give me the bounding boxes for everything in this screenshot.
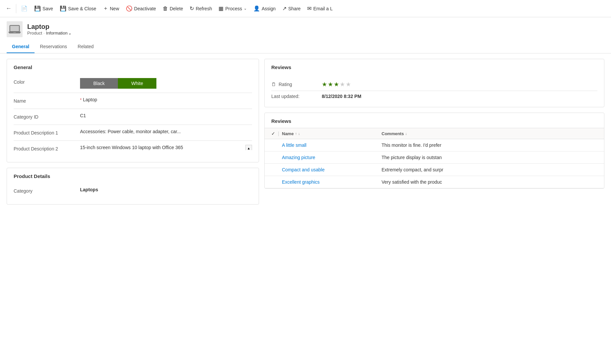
product-details-title: Product Details: [7, 168, 259, 183]
name-sort-desc-icon[interactable]: ↓: [298, 132, 300, 136]
tab-reservations[interactable]: Reservations: [35, 41, 72, 53]
white-color-button[interactable]: White: [118, 78, 156, 89]
info-chevron-icon: ⌄: [68, 31, 72, 36]
category-id-row: Category ID C1: [14, 109, 252, 125]
last-updated-label: Last updated:: [271, 94, 318, 99]
review-comments-1: The picture display is outstan: [382, 155, 597, 160]
table-row[interactable]: A little small This monitor is fine. I'd…: [265, 139, 604, 151]
color-label: Color: [14, 78, 80, 85]
desc1-row: Product Description 1 Accessories: Power…: [14, 125, 252, 141]
subtitle-product: Product: [27, 31, 42, 36]
product-details-form: Category Laptops: [7, 183, 259, 204]
name-label: Name: [14, 97, 80, 104]
toolbar-separator: [16, 4, 16, 13]
info-dropdown[interactable]: Information ⌄: [46, 31, 72, 36]
scroll-up-button[interactable]: ▲: [245, 145, 252, 150]
category-value: Laptops: [80, 187, 252, 192]
save-icon: 💾: [34, 5, 41, 12]
desc2-label: Product Description 2: [14, 145, 80, 151]
email-icon: ✉: [307, 5, 311, 12]
tab-general[interactable]: General: [7, 41, 35, 53]
back-button[interactable]: ←: [3, 3, 15, 15]
comments-sort-icon[interactable]: ↓: [405, 132, 407, 136]
new-button[interactable]: ＋ New: [100, 3, 123, 14]
subtitle-dot: ·: [44, 31, 45, 36]
th-name: Name ↑ ↓: [282, 131, 382, 136]
assign-icon: 👤: [253, 5, 260, 12]
desc2-row: Product Description 2 15-inch screen Win…: [14, 141, 252, 157]
rating-label: 🗒 Rating: [271, 82, 318, 87]
assign-button[interactable]: 👤 Assign: [250, 3, 279, 14]
toolbar: ← 📄 💾 Save 💾 Save & Close ＋ New 🚫 Deacti…: [0, 0, 611, 17]
share-icon: ↗: [282, 5, 287, 12]
desc1-label: Product Description 1: [14, 129, 80, 136]
page-icon-button[interactable]: 📄: [18, 3, 31, 14]
save-button[interactable]: 💾 Save: [31, 3, 56, 14]
color-value: Black White: [80, 78, 252, 89]
deactivate-icon: 🚫: [126, 5, 132, 12]
table-header: ✓ | Name ↑ ↓ Comments ↓: [265, 128, 604, 139]
new-icon: ＋: [103, 5, 108, 12]
category-row: Category Laptops: [14, 183, 252, 199]
general-card-title: General: [7, 59, 259, 74]
review-name-1[interactable]: Amazing picture: [282, 155, 382, 160]
general-card: General Color Black White Name: [7, 59, 259, 162]
table-row[interactable]: Amazing picture The picture display is o…: [265, 151, 604, 164]
required-star: *: [80, 98, 82, 102]
review-name-0[interactable]: A little small: [282, 142, 382, 148]
last-updated-row: Last updated: 8/12/2020 8:32 PM: [271, 91, 597, 102]
page-title: Laptop: [27, 23, 72, 31]
star-2: ★: [328, 81, 333, 88]
page-header: Laptop Product · Information ⌄: [0, 17, 611, 37]
rating-icon: 🗒: [271, 82, 276, 87]
star-4: ★: [340, 81, 345, 88]
process-button[interactable]: ▦ Process ⌄: [215, 3, 250, 14]
delete-icon: 🗑: [163, 6, 168, 12]
reviews-table-title: Reviews: [265, 113, 604, 128]
scroll-arrows: ▲ ▼: [245, 145, 252, 150]
category-id-label: Category ID: [14, 113, 80, 120]
category-id-value: C1: [80, 113, 252, 118]
refresh-button[interactable]: ↻ Refresh: [186, 3, 215, 14]
desc2-scrollable: 15-inch screen Windows 10 laptop with Of…: [80, 145, 252, 150]
main-content: General Color Black White Name: [0, 53, 611, 364]
name-sort-asc-icon[interactable]: ↑: [295, 132, 297, 136]
color-buttons: Black White: [80, 78, 252, 89]
black-color-button[interactable]: Black: [80, 78, 118, 89]
right-panel: Reviews 🗒 Rating ★ ★ ★ ★ ★: [259, 59, 604, 359]
reviews-summary-card: Reviews 🗒 Rating ★ ★ ★ ★ ★: [264, 59, 604, 107]
deactivate-button[interactable]: 🚫 Deactivate: [123, 3, 159, 14]
review-name-2[interactable]: Compact and usable: [282, 167, 382, 172]
title-area: Laptop Product · Information ⌄: [27, 23, 72, 36]
share-button[interactable]: ↗ Share: [279, 3, 304, 14]
tab-related[interactable]: Related: [72, 41, 99, 53]
table-row[interactable]: Compact and usable Extremely compact, an…: [265, 164, 604, 176]
star-1: ★: [322, 81, 327, 88]
review-comments-3: Very satisfied with the produc: [382, 179, 597, 185]
delete-button[interactable]: 🗑 Delete: [159, 4, 186, 14]
star-5: ★: [346, 81, 351, 88]
last-updated-value: 8/12/2020 8:32 PM: [322, 94, 361, 99]
name-value: *Laptop: [80, 97, 252, 102]
svg-rect-1: [10, 26, 19, 31]
th-check: ✓ |: [271, 131, 282, 136]
page-subtitle: Product · Information ⌄: [27, 31, 72, 36]
save-close-button[interactable]: 💾 Save & Close: [56, 3, 100, 14]
product-details-card: Product Details Category Laptops: [7, 168, 259, 205]
save-close-icon: 💾: [60, 5, 66, 12]
sort-divider: |: [278, 131, 279, 136]
left-panel: General Color Black White Name: [7, 59, 259, 359]
refresh-icon: ↻: [190, 5, 194, 12]
review-name-3[interactable]: Excellent graphics: [282, 179, 382, 185]
desc1-value: Accessories: Power cable, monitor adapte…: [80, 129, 252, 134]
category-label: Category: [14, 187, 80, 194]
color-row: Color Black White: [14, 74, 252, 93]
svg-rect-2: [13, 32, 16, 33]
table-row[interactable]: Excellent graphics Very satisfied with t…: [265, 176, 604, 188]
page-icon: 📄: [21, 5, 28, 12]
reviews-summary-title: Reviews: [265, 59, 604, 74]
name-row: Name *Laptop: [14, 93, 252, 109]
email-button[interactable]: ✉ Email a L: [304, 3, 336, 14]
star-rating: ★ ★ ★ ★ ★: [322, 81, 351, 88]
reviews-summary-body: 🗒 Rating ★ ★ ★ ★ ★ Last updated: 8/12/20…: [265, 74, 604, 107]
